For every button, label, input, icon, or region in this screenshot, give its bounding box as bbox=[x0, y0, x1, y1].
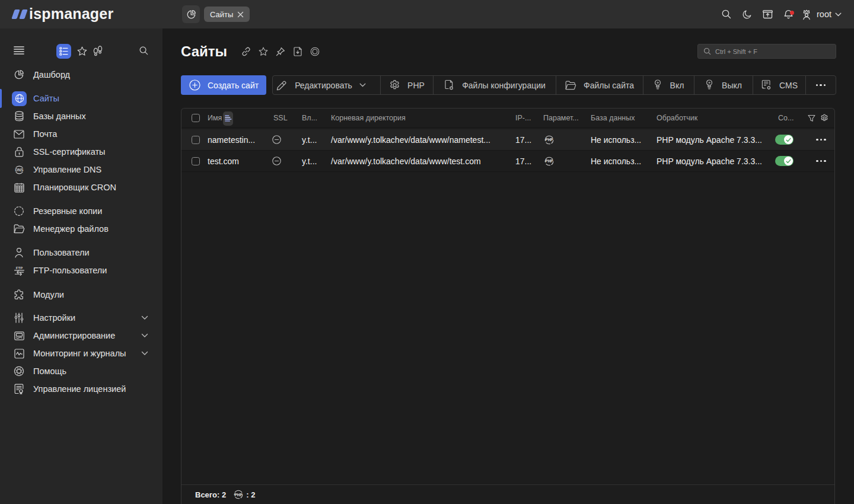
svg-text:FTP: FTP bbox=[15, 266, 22, 269]
svg-text:DNS: DNS bbox=[15, 167, 24, 171]
